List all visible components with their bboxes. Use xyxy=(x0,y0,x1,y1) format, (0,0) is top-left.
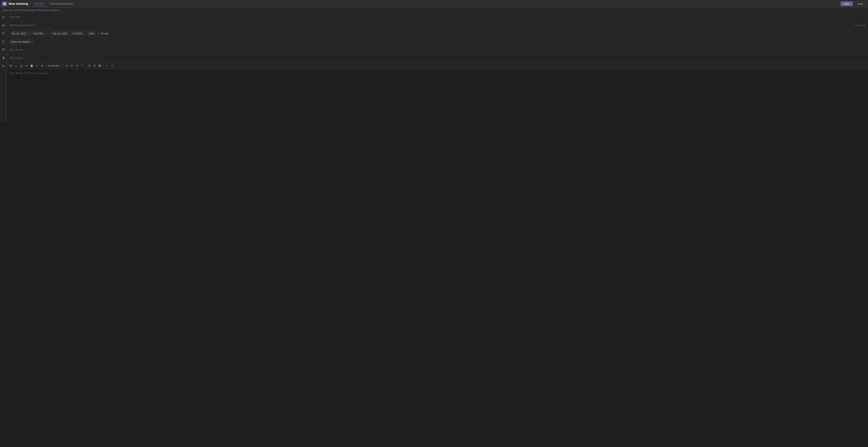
paragraph-select[interactable]: Paragraph ▾ xyxy=(47,64,62,67)
highlight-button[interactable] xyxy=(29,63,34,68)
titlebar-actions: Save Close xyxy=(841,1,866,6)
paragraph-arrow-icon: ▾ xyxy=(60,65,60,66)
end-time-value: 5:30 PM xyxy=(73,32,82,35)
repeat-value: Does not repeat xyxy=(11,40,30,43)
repeat-arrow-icon: ▾ xyxy=(31,41,32,42)
underline-button[interactable]: U xyxy=(19,63,24,68)
editor-row: B I U S A Aa Paragraph ▾ xyxy=(0,62,868,122)
start-time-field[interactable]: 5:00 PM ▾ xyxy=(31,31,46,36)
bullet-list-button[interactable] xyxy=(74,63,80,68)
numbered-list-button[interactable] xyxy=(69,63,74,68)
attach-button[interactable] xyxy=(92,63,97,68)
save-button[interactable]: Save xyxy=(841,1,853,6)
titlebar-left: New meeting Details Scheduling Assistant xyxy=(2,1,841,6)
datetime-content: Feb 18, 2021 ▾ 5:00 PM ▾ → Feb 18, 2021 … xyxy=(7,29,868,37)
location-icon-cell xyxy=(0,54,7,62)
end-time-field[interactable]: 5:30 PM ▾ xyxy=(71,31,86,36)
meeting-icon xyxy=(2,1,7,6)
tab-scheduling-assistant[interactable]: Scheduling Assistant xyxy=(47,1,75,6)
editor-area[interactable]: Type details for this new meeting xyxy=(7,69,868,122)
titlebar: New meeting Details Scheduling Assistant… xyxy=(0,0,868,8)
heading-button[interactable]: H xyxy=(64,63,69,68)
attendee-row: + Optional xyxy=(0,21,868,29)
channel-icon-cell xyxy=(0,46,7,54)
title-row xyxy=(0,13,868,21)
duration-badge[interactable]: 30m xyxy=(87,31,96,36)
title-icon-cell xyxy=(0,13,7,21)
location-input[interactable] xyxy=(9,57,866,59)
repeat-row: Does not repeat ▾ xyxy=(0,38,868,46)
table-button[interactable] xyxy=(97,63,102,68)
video-camera-icon xyxy=(3,2,6,5)
tab-details[interactable]: Details xyxy=(33,1,46,6)
datetime-separator: → xyxy=(48,32,50,35)
italic-button[interactable]: I xyxy=(13,63,19,68)
link-button[interactable] xyxy=(87,63,92,68)
attendee-input[interactable] xyxy=(9,24,853,27)
channel-row xyxy=(0,46,868,54)
timezone-text: Time zone: (UTC-05:00) Eastern Time (US … xyxy=(3,9,58,11)
titlebar-tabs: Details Scheduling Assistant xyxy=(33,1,75,6)
toolbar-sep-1 xyxy=(45,64,46,67)
pencil-icon xyxy=(2,16,5,19)
timezone-dropdown-icon[interactable]: ▾ xyxy=(59,9,60,11)
channel-input[interactable] xyxy=(9,49,866,51)
location-icon xyxy=(2,56,5,60)
close-button[interactable]: Close xyxy=(854,1,866,6)
location-content xyxy=(7,54,868,62)
clock-icon xyxy=(2,32,5,35)
datetime-row: Feb 18, 2021 ▾ 5:00 PM ▾ → Feb 18, 2021 … xyxy=(0,29,868,38)
bold-button[interactable]: B xyxy=(8,63,13,68)
end-date-field[interactable]: Feb 18, 2021 xyxy=(51,31,69,36)
page-title: New meeting xyxy=(9,2,28,5)
allday-circle-icon xyxy=(97,32,99,34)
start-time-value: 5:00 PM xyxy=(33,32,42,35)
attendee-content: + Optional xyxy=(7,21,868,29)
end-date-value: Feb 18, 2021 xyxy=(53,32,67,35)
clock-icon-cell xyxy=(0,29,7,37)
channel-icon xyxy=(2,48,5,51)
allday-label: All day xyxy=(101,32,108,35)
text-editor-icon xyxy=(2,65,5,68)
paragraph-label: Paragraph xyxy=(48,64,59,67)
editor-icon-cell xyxy=(0,62,7,122)
people-icon xyxy=(2,24,5,27)
form-wrapper: + Optional Feb 18, 2021 ▾ 5:00 PM ▾ → xyxy=(0,13,868,446)
repeat-content: Does not repeat ▾ xyxy=(7,38,868,46)
redo-button[interactable]: ↪ xyxy=(110,63,115,68)
font-color-button[interactable]: A xyxy=(34,63,39,68)
start-time-arrow-icon: ▾ xyxy=(43,33,44,34)
title-content xyxy=(7,13,868,21)
start-date-arrow-icon: ▾ xyxy=(27,33,28,34)
quote-button[interactable]: " xyxy=(80,63,85,68)
strikethrough-button[interactable]: S xyxy=(24,63,29,68)
repeat-icon-cell xyxy=(0,38,7,46)
font-size-button[interactable]: Aa xyxy=(40,63,44,68)
start-date-value: Feb 18, 2021 xyxy=(11,32,26,35)
editor-placeholder: Type details for this new meeting xyxy=(10,72,48,74)
end-time-arrow-icon: ▾ xyxy=(83,33,84,34)
undo-button[interactable]: ↩ xyxy=(104,63,110,68)
main-layout: + Optional Feb 18, 2021 ▾ 5:00 PM ▾ → xyxy=(0,13,868,446)
toolbar-sep-4 xyxy=(103,64,103,67)
channel-content xyxy=(7,46,868,54)
duration-value: 30m xyxy=(89,32,94,35)
editor-toolbar: B I U S A Aa Paragraph ▾ xyxy=(7,62,868,69)
title-input[interactable] xyxy=(9,16,866,19)
attendee-icon-cell xyxy=(0,21,7,29)
location-row xyxy=(0,54,868,62)
timezone-bar: Time zone: (UTC-05:00) Eastern Time (US … xyxy=(0,8,868,13)
allday-toggle[interactable]: All day xyxy=(97,32,108,35)
repeat-field[interactable]: Does not repeat ▾ xyxy=(9,39,33,44)
repeat-icon xyxy=(2,40,5,43)
toolbar-sep-3 xyxy=(86,64,86,67)
start-date-field[interactable]: Feb 18, 2021 ▾ xyxy=(9,31,30,36)
optional-link[interactable]: + Optional xyxy=(853,24,866,27)
